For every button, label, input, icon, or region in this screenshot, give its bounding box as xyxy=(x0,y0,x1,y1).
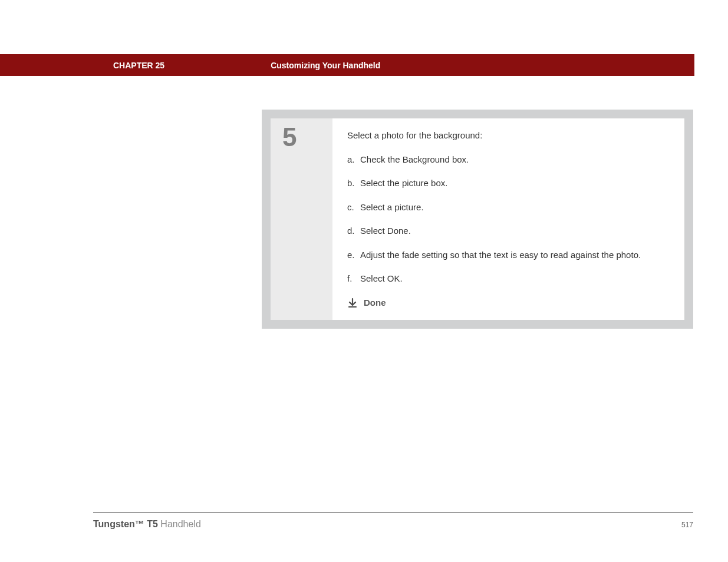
substep-text: Adjust the fade setting so that the text… xyxy=(360,249,641,262)
substep-item: e. Adjust the fade setting so that the t… xyxy=(347,249,673,262)
substep-text: Select Done. xyxy=(360,224,411,238)
substep-text: Select a picture. xyxy=(360,201,424,214)
chapter-title: Customizing Your Handheld xyxy=(271,61,380,70)
product-name: Tungsten™ T5 Handheld xyxy=(93,519,201,530)
page-footer: Tungsten™ T5 Handheld 517 xyxy=(93,513,693,530)
substep-marker: b. xyxy=(347,177,360,190)
substep-item: c. Select a picture. xyxy=(347,201,673,214)
footer-divider xyxy=(93,513,693,513)
substep-marker: d. xyxy=(347,224,360,238)
substep-list: a. Check the Background box. b. Select t… xyxy=(347,153,673,286)
arrow-down-to-line-icon xyxy=(347,297,358,308)
done-label: Done xyxy=(364,296,386,310)
chapter-header: CHAPTER 25 Customizing Your Handheld xyxy=(0,54,694,76)
substep-marker: e. xyxy=(347,249,360,262)
step-number-cell: 5 xyxy=(271,118,332,320)
substep-item: b. Select the picture box. xyxy=(347,177,673,190)
substep-item: d. Select Done. xyxy=(347,224,673,238)
chapter-label: CHAPTER 25 xyxy=(113,61,164,70)
substep-text: Select OK. xyxy=(360,272,403,286)
substep-marker: c. xyxy=(347,201,360,214)
substep-text: Check the Background box. xyxy=(360,153,469,167)
footer-row: Tungsten™ T5 Handheld 517 xyxy=(93,519,693,530)
step-number: 5 xyxy=(282,124,321,150)
substep-item: f. Select OK. xyxy=(347,272,673,286)
page-number: 517 xyxy=(681,521,693,529)
step-box: 5 Select a photo for the background: a. … xyxy=(262,110,693,329)
substep-marker: a. xyxy=(347,153,360,167)
product-name-bold: Tungsten™ T5 xyxy=(93,519,158,529)
done-row: Done xyxy=(347,296,673,310)
step-inner: 5 Select a photo for the background: a. … xyxy=(271,118,684,320)
product-name-rest: Handheld xyxy=(158,519,201,529)
substep-marker: f. xyxy=(347,272,360,286)
step-intro: Select a photo for the background: xyxy=(347,129,673,143)
step-content: Select a photo for the background: a. Ch… xyxy=(332,118,684,320)
substep-item: a. Check the Background box. xyxy=(347,153,673,167)
substep-text: Select the picture box. xyxy=(360,177,447,190)
